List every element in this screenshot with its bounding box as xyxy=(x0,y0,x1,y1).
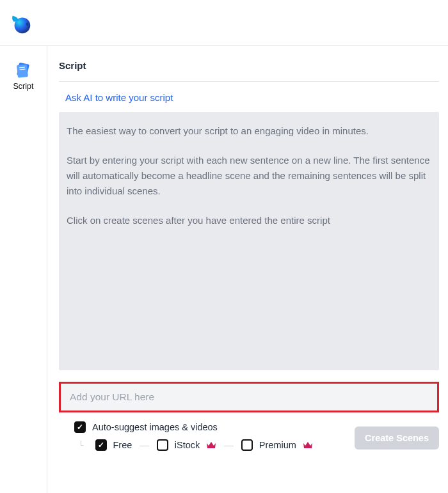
premium-label: Premium xyxy=(259,440,296,450)
script-placeholder-line: Click on create scenes after you have en… xyxy=(67,213,431,228)
url-input[interactable] xyxy=(61,384,437,411)
content-wrapper: Script Script Ask AI to write your scrip… xyxy=(0,46,448,493)
separator-icon: — xyxy=(223,440,235,450)
app-logo[interactable] xyxy=(9,11,33,35)
istock-checkbox[interactable] xyxy=(157,439,168,451)
svg-rect-3 xyxy=(17,64,28,78)
tree-connector-icon: └ xyxy=(78,441,84,450)
auto-suggest-checkbox[interactable] xyxy=(74,421,86,433)
script-textarea[interactable]: The easiest way to convert your script t… xyxy=(59,112,439,370)
auto-suggest-label: Auto-suggest images & videos xyxy=(92,422,218,432)
script-placeholder-line: The easiest way to convert your script t… xyxy=(67,123,431,139)
free-label: Free xyxy=(113,440,132,450)
ask-ai-link[interactable]: Ask AI to write your script xyxy=(59,82,439,112)
crown-icon xyxy=(303,441,313,450)
free-checkbox[interactable] xyxy=(95,439,107,451)
url-input-row xyxy=(59,382,439,412)
script-icon xyxy=(14,61,32,79)
sidebar-item-label: Script xyxy=(13,82,34,91)
separator-icon: — xyxy=(138,440,150,450)
svg-point-1 xyxy=(26,22,29,26)
istock-label: iStock xyxy=(175,440,200,450)
main-panel: Script Ask AI to write your script The e… xyxy=(47,46,448,493)
bird-logo-icon xyxy=(9,11,33,35)
options-row: Auto-suggest images & videos └ Free — iS… xyxy=(59,412,439,455)
top-header xyxy=(0,0,448,46)
script-placeholder-line: Start by entering your script with each … xyxy=(67,153,431,199)
sidebar: Script xyxy=(0,46,47,493)
premium-checkbox[interactable] xyxy=(241,439,253,451)
create-scenes-button[interactable]: Create Scenes xyxy=(355,426,439,450)
sidebar-item-script[interactable]: Script xyxy=(13,61,34,91)
page-title: Script xyxy=(59,46,439,82)
crown-icon xyxy=(206,441,216,450)
